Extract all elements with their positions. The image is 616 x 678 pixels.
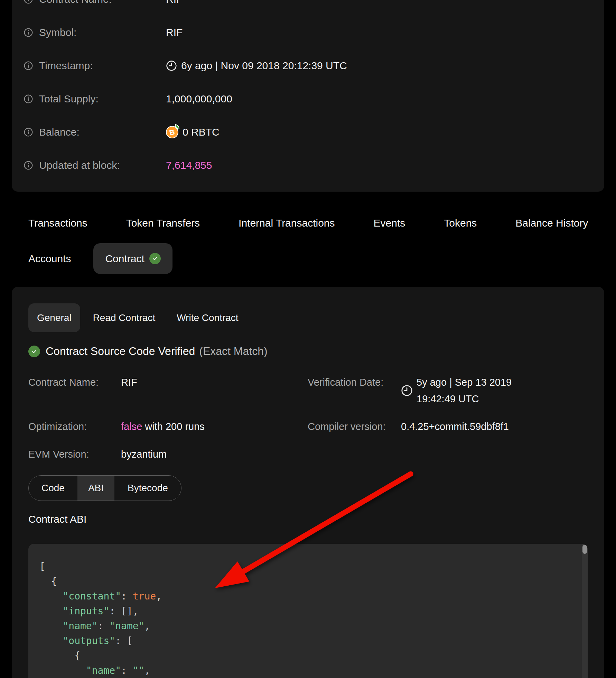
contract-name-label: Contract Name: <box>28 374 121 391</box>
field-label: Symbol: <box>39 27 76 38</box>
subtab-read-contract[interactable]: Read Contract <box>84 303 164 332</box>
balance-text: 0 RBTC <box>183 126 220 138</box>
main-tab-bar-row2: Accounts Contract <box>28 243 172 274</box>
optimization-flag: false <box>121 421 142 432</box>
detail-row-1: Contract Name:RIF Verification Date: 5y … <box>28 374 588 391</box>
row-contract-name: Contract Name: RIF <box>24 0 588 6</box>
tab-events[interactable]: Events <box>374 217 405 229</box>
detail-row-3: EVM Version:byzantium <box>28 446 588 462</box>
contract-subtabs: General Read Contract Write Contract <box>28 303 247 332</box>
main-tab-bar: Transactions Token Transfers Internal Tr… <box>28 217 588 229</box>
verified-check-icon <box>149 253 161 264</box>
optimization-runs: with 200 runs <box>142 421 205 432</box>
token-contract-page: Contract Name: RIF Symbol: RIF Timestamp… <box>0 0 616 678</box>
field-value: RIF <box>166 27 183 38</box>
info-icon[interactable] <box>24 0 33 4</box>
code-line: [ <box>39 559 574 574</box>
code-line: { <box>39 648 574 663</box>
segment-code[interactable]: Code <box>29 476 77 501</box>
row-total-supply: Total Supply: 1,000,000,000 <box>24 92 588 106</box>
contract-name-value: RIF <box>121 377 137 388</box>
info-icon[interactable] <box>24 161 33 170</box>
row-balance: Balance: B 0 RBTC <box>24 125 588 139</box>
verified-check-icon <box>28 346 40 357</box>
code-line: "outputs": [ <box>39 633 574 648</box>
code-line: "constant": true, <box>39 589 574 604</box>
evm-version-label: EVM Version: <box>28 446 121 462</box>
field-label: Timestamp: <box>39 60 93 72</box>
compiler-value: 0.4.25+commit.59dbf8f1 <box>401 418 509 435</box>
info-icon[interactable] <box>24 61 33 70</box>
info-icon[interactable] <box>24 94 33 103</box>
tab-balance-history[interactable]: Balance History <box>515 217 588 229</box>
row-symbol: Symbol: RIF <box>24 26 588 39</box>
tab-contract[interactable]: Contract <box>93 243 172 274</box>
subtab-general[interactable]: General <box>28 303 80 332</box>
clock-icon <box>401 385 413 396</box>
rbtc-coin-icon: B <box>166 126 178 138</box>
tab-accounts[interactable]: Accounts <box>28 253 71 265</box>
abi-code-lines: [ { "constant": true, "inputs": [], "nam… <box>39 559 574 678</box>
abi-code-block[interactable]: [ { "constant": true, "inputs": [], "nam… <box>28 544 588 678</box>
row-timestamp: Timestamp: 6y ago | Nov 09 2018 20:12:39… <box>24 59 588 73</box>
field-label: Updated at block: <box>39 159 120 171</box>
compiler-cell: Compiler version: 0.4.25+commit.59dbf8f1 <box>308 418 509 435</box>
evm-version-value: byzantium <box>121 449 167 460</box>
tab-transactions[interactable]: Transactions <box>28 217 87 229</box>
segment-abi[interactable]: ABI <box>77 476 114 501</box>
code-line: "name": "", <box>39 663 574 678</box>
block-number-link[interactable]: 7,614,855 <box>166 159 212 171</box>
detail-row-2: Optimization:false with 200 runs Compile… <box>28 418 588 435</box>
field-label: Balance: <box>39 126 80 138</box>
code-line: { <box>39 574 574 589</box>
field-value: B 0 RBTC <box>166 126 220 138</box>
verified-banner: Contract Source Code Verified (Exact Mat… <box>28 345 268 358</box>
field-label: Contract Name: <box>39 0 112 5</box>
verification-date-label: Verification Date: <box>308 374 401 391</box>
row-updated-at-block: Updated at block: 7,614,855 <box>24 158 588 172</box>
info-icon[interactable] <box>24 28 33 37</box>
optimization-label: Optimization: <box>28 418 121 435</box>
verified-match-type: (Exact Match) <box>199 345 267 358</box>
tab-internal-transactions[interactable]: Internal Transactions <box>239 217 335 229</box>
tab-token-transfers[interactable]: Token Transfers <box>126 217 200 229</box>
segment-bytecode[interactable]: Bytecode <box>114 476 181 501</box>
code-view-switcher: Code ABI Bytecode <box>28 475 181 501</box>
contract-panel: General Read Contract Write Contract Con… <box>12 287 604 678</box>
field-value: 1,000,000,000 <box>166 93 232 105</box>
field-value: RIF <box>166 0 183 5</box>
code-line: "name": "name", <box>39 619 574 633</box>
subtab-write-contract[interactable]: Write Contract <box>168 303 247 332</box>
verification-date-cell: Verification Date: 5y ago | Sep 13 2019 … <box>308 374 548 407</box>
abi-heading: Contract ABI <box>28 513 86 525</box>
code-scrollbar-thumb[interactable] <box>582 545 587 554</box>
timestamp-text: 6y ago | Nov 09 2018 20:12:39 UTC <box>181 60 347 72</box>
verification-date-value: 5y ago | Sep 13 2019 19:42:49 UTC <box>417 374 548 407</box>
code-line: "inputs": [], <box>39 604 574 619</box>
info-icon[interactable] <box>24 128 33 137</box>
tab-contract-label: Contract <box>105 253 144 265</box>
clock-icon <box>166 60 177 71</box>
compiler-label: Compiler version: <box>308 418 401 435</box>
field-value: 6y ago | Nov 09 2018 20:12:39 UTC <box>166 60 347 72</box>
tab-tokens[interactable]: Tokens <box>444 217 477 229</box>
verified-title: Contract Source Code Verified <box>46 345 195 358</box>
field-label: Total Supply: <box>39 93 99 105</box>
token-overview-card: Contract Name: RIF Symbol: RIF Timestamp… <box>12 0 604 192</box>
code-scrollbar[interactable] <box>582 544 588 678</box>
